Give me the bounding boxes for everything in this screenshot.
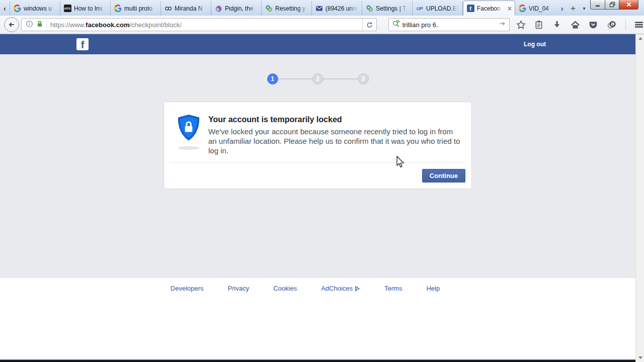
tab-multi-proto[interactable]: multi proto [111,1,161,16]
continue-button[interactable]: Continue [422,169,465,183]
https-lock-icon[interactable] [36,20,43,30]
card-divider [170,162,465,163]
google-icon [13,5,21,13]
tab-miranda[interactable]: Miranda N [161,1,211,16]
pocket-button[interactable] [588,20,598,30]
page-info-icon[interactable] [26,20,33,30]
url-text[interactable]: https://www.facebook.com/checkpoint/bloc… [50,21,362,29]
tab-title: Settings | T [376,5,409,12]
menu-button[interactable] [634,20,644,30]
trillian-icon [265,5,273,13]
tab-title: VID_04 [529,5,553,12]
howtogeek-icon: HTG [63,5,71,13]
step-1-active: 1 [267,73,278,84]
card-title: Your account is temporarily locked [208,115,342,124]
stepper-connector [278,78,312,79]
page-footer: Developers Privacy Cookies AdChoices Ter… [0,278,635,359]
tab-settings-trillian[interactable]: Settings | T [362,1,413,16]
new-tab-button[interactable]: + [568,1,579,16]
tab-overflow-right-button[interactable]: › [556,1,568,16]
search-icon[interactable] [392,20,400,30]
taskbar-edge [0,359,635,362]
tab-mail-unread[interactable]: (89426 unre [312,1,362,16]
tab-how-to-install[interactable]: HTG How to Ins [60,1,111,16]
bookmarks-menu-button[interactable] [534,20,544,30]
footer-link-help[interactable]: Help [426,285,440,292]
tab-vid[interactable]: VID_04 [515,1,556,16]
search-input[interactable] [403,21,499,29]
shield-lock-icon [177,114,201,150]
stepper-connector [324,78,358,79]
navigation-toolbar: https://www.facebook.com/checkpoint/bloc… [0,16,644,34]
reload-icon [366,21,373,29]
window-controls [590,0,638,10]
up-arrow-icon [638,37,642,40]
shield-shadow [178,146,200,150]
list-all-tabs-button[interactable]: ▾ [579,1,590,16]
uploadee-icon: UP [416,5,424,13]
back-arrow-icon [8,21,16,29]
tab-pidgin[interactable]: Pidgin, the [211,1,262,16]
downloads-button[interactable] [552,20,562,30]
card-body-text: We've locked your account because someon… [208,127,462,155]
mail-icon [315,5,323,13]
account-locked-card: Your account is temporarily locked We've… [164,102,472,189]
tab-title: How to Ins [74,5,107,12]
tab-facebook-active[interactable]: f Faceboo × [463,1,515,16]
tab-scroll-left-button[interactable]: ‹ [0,1,10,16]
facebook-logo[interactable]: f [76,38,89,50]
tab-windows-u[interactable]: windows u [10,1,60,16]
home-button[interactable] [570,20,580,30]
miranda-icon [164,5,172,13]
footer-link-cookies[interactable]: Cookies [273,285,297,292]
home-icon [571,20,580,30]
tab-close-icon[interactable]: × [507,5,512,12]
hello-loop-button[interactable] [606,20,616,30]
loop-rings-icon [607,20,616,30]
restore-button[interactable] [605,0,619,10]
tab-title: Pidgin, the [225,5,258,12]
footer-links: Developers Privacy Cookies AdChoices Ter… [0,278,623,292]
url-bar[interactable]: https://www.facebook.com/checkpoint/bloc… [21,18,377,31]
tab-title: multi proto [124,5,157,12]
close-icon [625,1,633,9]
clipboard-icon [534,20,543,29]
download-arrow-icon [552,20,561,29]
scroll-down-button[interactable] [636,353,644,362]
footer-link-terms[interactable]: Terms [384,285,402,292]
page-viewport: f Log out 1 2 3 [0,34,644,362]
footer-link-adchoices[interactable]: AdChoices [321,285,360,292]
step-2: 2 [312,73,324,84]
star-icon [516,20,526,30]
step-3: 3 [358,73,369,84]
reload-button[interactable] [362,19,376,31]
down-arrow-icon [638,356,642,359]
bookmark-star-button[interactable] [516,20,526,30]
toolbar-separator [625,20,626,30]
tab-title: (89426 unre [326,5,359,12]
tab-title: UPLOAD.EE [426,5,459,12]
close-window-button[interactable] [619,0,638,10]
tab-uploadee[interactable]: UP UPLOAD.EE [413,1,463,16]
scroll-up-button[interactable] [636,34,644,43]
search-go-icon[interactable] [499,20,506,29]
pidgin-icon [214,5,222,13]
back-button[interactable] [4,17,19,32]
vertical-scrollbar[interactable] [635,34,644,362]
footer-link-developers[interactable]: Developers [171,285,204,292]
tab-resetting[interactable]: Resetting y [262,1,312,16]
logout-link[interactable]: Log out [524,34,546,54]
facebook-icon: f [466,5,474,13]
tab-title: Resetting y [275,5,308,12]
tab-title: Faceboo [477,5,504,12]
hamburger-icon [634,20,644,29]
toolbar-buttons [516,20,644,30]
tab-title: Miranda N [175,5,208,12]
minimize-icon [594,1,602,9]
minimize-button[interactable] [590,0,605,10]
trillian-icon [365,5,373,13]
search-bar[interactable] [388,18,510,31]
adchoices-icon [354,286,360,292]
footer-link-privacy[interactable]: Privacy [228,285,250,292]
mouse-cursor [395,156,406,169]
